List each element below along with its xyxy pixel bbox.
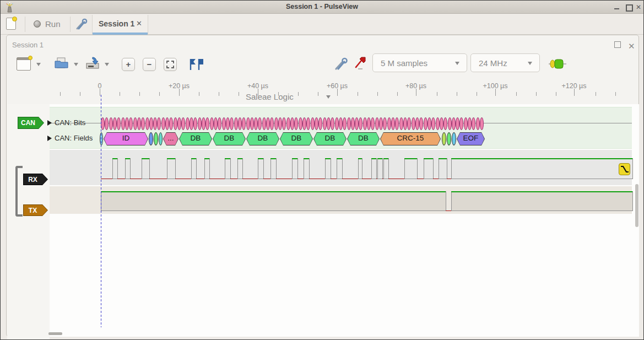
expand-arrow-icon[interactable] (47, 136, 52, 141)
minimize-icon[interactable] (613, 4, 621, 10)
main-toolbar: Run Session 1 ✕ (1, 14, 643, 35)
falling-edge-glyph (619, 164, 630, 175)
horizontal-scrollbar-handle[interactable] (48, 332, 62, 335)
settings-wrench-icon[interactable] (74, 17, 88, 31)
waveform-canvas (7, 35, 638, 336)
separator (25, 17, 25, 32)
channel-group-bracket[interactable] (15, 166, 23, 217)
decoder-row-label: CAN: Bits (55, 118, 85, 127)
tag-label: CAN (18, 119, 39, 127)
tag-label: RX (23, 176, 42, 184)
channel-tag-tx[interactable]: TX (23, 204, 48, 216)
time-cursor-line[interactable] (101, 95, 101, 327)
trigger-marker-icon[interactable] (619, 163, 630, 175)
title-bar[interactable]: Session 1 - PulseView (1, 1, 643, 14)
run-button-label: Run (45, 19, 61, 29)
pulseview-window: Session 1 - PulseView Run Session 1 ✕ Se… (0, 0, 644, 340)
session-subwindow: Session 1 ✕ + − (6, 35, 639, 337)
tab-close-icon[interactable]: ✕ (136, 19, 142, 28)
expand-arrow-icon[interactable] (47, 120, 52, 126)
separator (70, 17, 71, 32)
window-title: Session 1 - PulseView (1, 3, 643, 10)
maximize-icon[interactable] (625, 4, 632, 10)
tag-label: TX (23, 207, 42, 214)
decoder-row-label: CAN: Fields (55, 134, 93, 142)
decoder-tag-can[interactable]: CAN (18, 117, 44, 129)
run-state-icon (34, 20, 41, 28)
run-button[interactable]: Run (33, 17, 67, 32)
vertical-scrollbar-handle[interactable] (635, 184, 638, 227)
close-icon[interactable] (635, 4, 643, 10)
new-session-icon[interactable] (6, 18, 16, 30)
tab-label: Session 1 (99, 19, 134, 28)
tab-session-1[interactable]: Session 1 ✕ (92, 15, 148, 35)
channel-tag-rx[interactable]: RX (23, 174, 48, 185)
